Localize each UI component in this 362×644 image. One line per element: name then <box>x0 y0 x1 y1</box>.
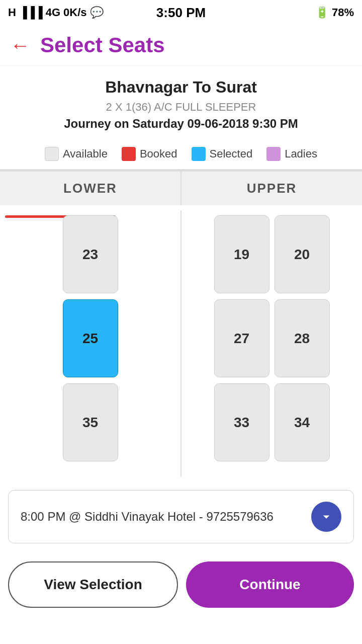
lower-row-2: 25 <box>63 299 118 377</box>
data-speed: 0K/s <box>63 6 86 19</box>
boarding-dropdown-button[interactable] <box>311 502 341 532</box>
network-type: 4G <box>46 6 60 19</box>
selected-box <box>192 147 206 161</box>
signal-icon: H <box>8 6 16 19</box>
seats-container: 23 25 35 19 20 27 28 33 <box>0 205 362 482</box>
back-button[interactable]: ← <box>10 35 30 55</box>
seat-19[interactable]: 19 <box>214 215 269 293</box>
bottom-buttons: View Selection Continue <box>0 551 362 618</box>
deck-headers: LOWER UPPER <box>0 170 362 205</box>
legend-selected: Selected <box>192 147 253 161</box>
available-box <box>45 147 59 161</box>
seat-legend: Available Booked Selected Ladies <box>0 139 362 170</box>
message-icon: 💬 <box>90 6 104 19</box>
ladies-label: Ladies <box>285 147 317 160</box>
continue-button[interactable]: Continue <box>186 561 354 608</box>
journey-route: Bhavnagar To Surat <box>10 78 352 97</box>
booked-label: Booked <box>140 147 177 160</box>
journey-date-value: Saturday 09-06-2018 9:30 PM <box>132 117 298 130</box>
page-title: Select Seats <box>40 33 165 57</box>
lower-row-1: 23 <box>63 215 118 293</box>
journey-info: Bhavnagar To Surat 2 X 1(36) A/C FULL SL… <box>0 66 362 139</box>
lower-section: 23 25 35 <box>0 210 182 477</box>
booked-box <box>122 147 136 161</box>
legend-available: Available <box>45 147 108 161</box>
status-left: H ▐▐▐ 4G 0K/s 💬 <box>8 6 104 19</box>
boarding-point: 8:00 PM @ Siddhi Vinayak Hotel - 9725579… <box>8 490 354 543</box>
seat-35[interactable]: 35 <box>63 383 118 461</box>
seat-layout: LOWER UPPER 23 25 35 19 20 <box>0 170 362 482</box>
seat-33[interactable]: 33 <box>214 383 269 461</box>
seat-25[interactable]: 25 <box>63 299 118 377</box>
seat-34[interactable]: 34 <box>275 383 330 461</box>
legend-ladies: Ladies <box>266 147 317 161</box>
seat-27[interactable]: 27 <box>214 299 269 377</box>
seat-23[interactable]: 23 <box>63 215 118 293</box>
lower-header: LOWER <box>0 172 180 205</box>
view-selection-button[interactable]: View Selection <box>8 561 178 608</box>
selected-label: Selected <box>210 147 253 160</box>
battery-level: 78% <box>332 6 354 19</box>
seat-20[interactable]: 20 <box>275 215 330 293</box>
upper-section: 19 20 27 28 33 34 <box>182 210 362 477</box>
journey-label: Journey on <box>64 117 129 130</box>
battery-icon: 🔋 <box>315 6 329 19</box>
status-bar: H ▐▐▐ 4G 0K/s 💬 3:50 PM 🔋 78% <box>0 0 362 25</box>
upper-row-3: 33 34 <box>214 383 330 461</box>
upper-row-1: 19 20 <box>214 215 330 293</box>
ladies-box <box>266 147 281 161</box>
legend-booked: Booked <box>122 147 177 161</box>
upper-row-2: 27 28 <box>214 299 330 377</box>
upper-header: UPPER <box>182 172 362 205</box>
signal-bars: ▐▐▐ <box>19 6 43 19</box>
header: ← Select Seats <box>0 25 362 66</box>
status-time: 3:50 PM <box>156 5 206 21</box>
chevron-down-icon <box>319 509 334 524</box>
available-label: Available <box>63 147 108 160</box>
boarding-text: 8:00 PM @ Siddhi Vinayak Hotel - 9725579… <box>21 508 274 526</box>
bus-type: 2 X 1(36) A/C FULL SLEEPER <box>10 101 352 114</box>
status-right: 🔋 78% <box>315 6 354 19</box>
seat-28[interactable]: 28 <box>275 299 330 377</box>
lower-row-3: 35 <box>63 383 118 461</box>
journey-date: Journey on Saturday 09-06-2018 9:30 PM <box>10 117 352 131</box>
